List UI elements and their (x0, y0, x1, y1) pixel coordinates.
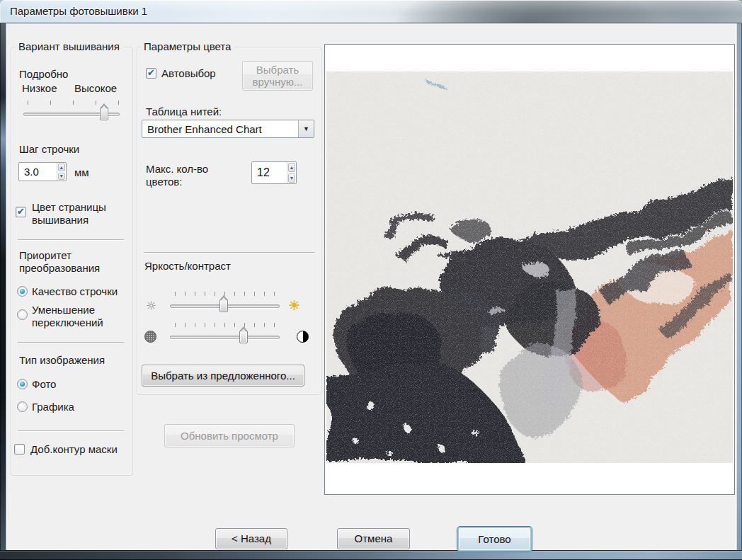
max-colors-label: Макс. кол-во цветов: (146, 163, 238, 189)
contrast-slider-ticks (175, 323, 275, 327)
manual-select-button[interactable]: Выбрать вручную... (242, 61, 313, 91)
back-button-label: < Назад (232, 532, 271, 544)
window-title: Параметры фотовышивки 1 (10, 5, 147, 17)
cancel-button[interactable]: Отмена (337, 528, 410, 549)
separator (18, 342, 124, 343)
finish-button-label: Готово (478, 533, 510, 545)
window-border-left (0, 23, 6, 550)
choose-from-candidates-label: Выбрать из предложенного... (151, 370, 295, 382)
title-bar[interactable]: Параметры фотовышивки 1 (0, 0, 742, 23)
group-color-options (137, 47, 321, 395)
mask-outline-checkbox[interactable] (14, 444, 25, 455)
detail-low-label: Низкое (22, 82, 57, 95)
max-colors-up-icon[interactable]: ▲ (288, 163, 295, 172)
group-color-options-label: Параметры цвета (141, 40, 234, 52)
auto-select-label[interactable]: Автовыбор (161, 67, 216, 80)
radio-stitch-quality[interactable] (17, 286, 28, 297)
separator (18, 430, 124, 432)
manual-select-button-label: Выбрать вручную... (248, 64, 307, 88)
chevron-down-icon[interactable]: ▼ (298, 120, 314, 137)
radio-photo[interactable] (17, 379, 28, 389)
radio-graphics[interactable] (17, 401, 28, 412)
photo-stitch-dialog: Параметры фотовышивки 1 Вариант вышивани… (0, 0, 742, 560)
brightness-contrast-label: Яркость/контраст (144, 260, 231, 273)
separator (144, 252, 315, 253)
back-button[interactable]: < Назад (215, 528, 287, 549)
choose-from-candidates-button[interactable]: Выбрать из предложенного... (142, 365, 304, 387)
auto-select-checkbox[interactable]: ✔ (146, 68, 156, 79)
stitch-step-up-icon[interactable]: ▲ (58, 164, 65, 171)
thread-chart-label: Таблица нитей: (146, 105, 222, 118)
window-border-right (736, 23, 742, 550)
contrast-high-icon (297, 331, 309, 343)
detail-high-label: Высокое (74, 82, 117, 95)
window-border-bottom (0, 550, 742, 560)
stitch-step-input[interactable] (19, 163, 57, 181)
brightness-low-icon: ☼ (146, 300, 156, 312)
stitch-preview-image (326, 72, 733, 463)
max-colors-input[interactable] (252, 162, 287, 183)
check-icon: ✔ (17, 206, 25, 217)
update-preview-label: Обновить просмотр (181, 430, 278, 442)
radio-stitch-quality-label[interactable]: Качество строчки (32, 285, 118, 298)
thread-chart-dropdown[interactable]: Brother Enhanced Chart ▼ (142, 120, 314, 138)
max-colors-down-icon[interactable]: ▼ (288, 173, 295, 183)
separator (18, 239, 124, 241)
detail-slider-thumb[interactable] (100, 108, 108, 120)
mask-outline-label[interactable]: Доб.контур маски (30, 443, 118, 456)
page-color-label[interactable]: Цвет страницы вышивания (32, 201, 122, 227)
contrast-low-icon (144, 331, 156, 343)
stitch-preview-panel (324, 44, 735, 495)
stitch-step-unit: мм (74, 166, 89, 179)
thread-chart-value: Brother Enhanced Chart (142, 120, 298, 137)
stitch-step-stepper: ▲ ▼ (18, 162, 67, 181)
detail-label: Подробно (19, 68, 68, 81)
brightness-high-icon: ☀ (288, 299, 300, 312)
radio-fewer-changes[interactable] (17, 309, 28, 320)
update-preview-button[interactable]: Обновить просмотр (164, 424, 295, 447)
radio-graphics-label[interactable]: Графика (32, 401, 74, 413)
cancel-button-label: Отмена (355, 532, 393, 544)
check-icon: ✔ (147, 67, 155, 78)
stitch-step-label: Шаг строчки (19, 143, 79, 156)
brightness-slider-thumb[interactable] (219, 299, 228, 312)
priority-label: Приоритет преобразования (19, 249, 125, 275)
image-type-label: Тип изображения (19, 354, 105, 367)
radio-fewer-changes-label[interactable]: Уменьшение переключений (32, 304, 122, 330)
page-color-checkbox[interactable]: ✔ (16, 207, 26, 217)
contrast-slider-thumb[interactable] (239, 331, 248, 343)
stitch-step-down-icon[interactable]: ▼ (58, 173, 65, 181)
contrast-slider-track[interactable] (170, 336, 280, 339)
finish-button[interactable]: Готово (457, 527, 532, 552)
radio-photo-label[interactable]: Фото (32, 378, 56, 391)
group-embroidery-option-label: Вариант вышивания (16, 40, 122, 52)
max-colors-stepper: ▲ ▼ (251, 161, 297, 184)
